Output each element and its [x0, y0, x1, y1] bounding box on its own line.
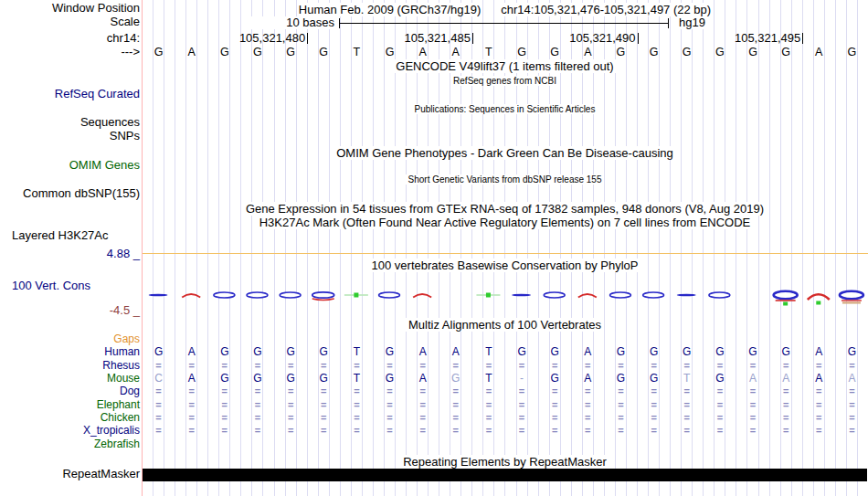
- wiggle-glyph-green-dot: [486, 293, 491, 298]
- wiggle-glyph-red-arc: [182, 294, 200, 298]
- wiggle-glyph-blue-lens: [643, 292, 664, 298]
- species-label-zebrafish[interactable]: Zebrafish: [0, 438, 140, 450]
- multiz-track-title[interactable]: Multiz Alignments of 100 Vertebrates: [406, 318, 604, 332]
- alignment-match-rhesus: =: [274, 359, 307, 372]
- alignment-match-dog: =: [538, 385, 571, 397]
- alignment-base-mouse: T: [472, 372, 505, 385]
- base-letter: G: [736, 46, 769, 58]
- base-letter: G: [671, 46, 704, 58]
- base-letter: G: [208, 46, 241, 58]
- alignment-match-dog: =: [604, 385, 637, 397]
- genome-browser: Window Position Scale chr14: ---> Human …: [0, 0, 868, 496]
- alignment-base-mouse: A: [736, 372, 769, 385]
- gencode-track-title[interactable]: GENCODE V49lift37 (1 items filtered out): [393, 59, 616, 73]
- conservation-track-title[interactable]: 100 vertebrates Basewise Conservation by…: [369, 259, 641, 272]
- species-label-chicken[interactable]: Chicken: [0, 411, 140, 424]
- alignment-match-x_tropicalis: =: [439, 424, 472, 437]
- repeatmasker-track-title[interactable]: Repeating Elements by RepeatMasker: [400, 455, 609, 469]
- alignment-match-x_tropicalis: =: [472, 424, 505, 437]
- repeatmasker-element-bar[interactable]: [143, 469, 868, 481]
- omim-track-row: OMIM Gene Phenotypes - Dark Green Can Be…: [142, 147, 868, 159]
- species-label-dog[interactable]: Dog: [0, 385, 140, 397]
- alignment-match-chicken: =: [407, 411, 439, 424]
- alignment-match-rhesus: =: [143, 359, 175, 372]
- wiggle-glyph-red-arc-green: [808, 294, 830, 300]
- alignment-match-elephant: =: [638, 398, 671, 411]
- publications-track-title[interactable]: Publications: Sequences in Scientific Ar…: [412, 104, 598, 114]
- alignment-match-chicken: =: [538, 411, 571, 424]
- wiggle-glyph-blue-lens-red: [312, 299, 334, 301]
- species-label-mouse[interactable]: Mouse: [0, 372, 140, 385]
- alignment-match-rhesus: =: [241, 359, 274, 372]
- alignment-match-dog: =: [274, 385, 307, 397]
- species-label-elephant[interactable]: Elephant: [0, 398, 140, 411]
- species-label-rhesus[interactable]: Rhesus: [0, 359, 140, 372]
- alignment-match-rhesus: =: [736, 359, 769, 372]
- alignment-match-x_tropicalis: =: [736, 424, 769, 437]
- alignment-match-rhesus: =: [538, 359, 571, 372]
- track-label-snps[interactable]: SNPs: [0, 130, 140, 142]
- window-position-title: Human Feb. 2009 (GRCh37/hg19)chr14:105,3…: [142, 4, 868, 16]
- alignment-base-mouse: -: [505, 372, 538, 385]
- alignment-base-human: T: [340, 345, 373, 358]
- base-letter: G: [307, 46, 340, 58]
- h3k27ac-track-title[interactable]: H3K27Ac Mark (Often Found Near Active Re…: [257, 216, 754, 229]
- alignment-match-x_tropicalis: =: [571, 424, 604, 437]
- alignment-match-chicken: =: [671, 411, 704, 424]
- repeatmasker-track-row: Repeating Elements by RepeatMasker: [142, 456, 868, 468]
- gencode-track-row: GENCODE V49lift37 (1 items filtered out): [142, 60, 868, 72]
- alignment-base-mouse: G: [241, 372, 274, 385]
- gtex-track-title[interactable]: Gene Expression in 54 tissues from GTEx …: [243, 202, 767, 216]
- base-letter: G: [704, 46, 736, 58]
- h3k27ac-track-row: H3K27Ac Mark (Often Found Near Active Re…: [142, 216, 868, 228]
- track-label-common-dbsnp[interactable]: Common dbSNP(155): [0, 187, 140, 200]
- track-label-omim-genes[interactable]: OMIM Genes: [0, 159, 140, 172]
- alignment-match-elephant: =: [439, 398, 472, 411]
- refseq-track-title[interactable]: RefSeq genes from NCBI: [450, 76, 559, 86]
- alignment-match-chicken: =: [704, 411, 736, 424]
- alignment-match-dog: =: [175, 385, 208, 397]
- wiggle-glyph-blue-lens-red: [312, 292, 334, 298]
- alignment-base-human: G: [604, 345, 637, 358]
- scale-bar: [339, 23, 668, 24]
- track-label-repeatmasker[interactable]: RepeatMasker: [0, 468, 140, 480]
- alignment-match-chicken: =: [505, 411, 538, 424]
- track-label-refseq-curated[interactable]: RefSeq Curated: [0, 88, 140, 100]
- alignment-match-dog: =: [407, 385, 439, 397]
- track-label-100-vert-cons[interactable]: 100 Vert. Cons: [12, 280, 90, 292]
- alignment-match-elephant: =: [340, 398, 373, 411]
- alignment-base-mouse: A: [802, 372, 835, 385]
- alignment-match-elephant: =: [472, 398, 505, 411]
- dbsnp-track-title[interactable]: Short Genetic Variants from dbSNP releas…: [406, 174, 605, 185]
- species-label-x_tropicalis[interactable]: X_tropicalis: [0, 424, 140, 437]
- alignment-base-human: G: [373, 345, 406, 358]
- alignment-match-chicken: =: [769, 411, 802, 424]
- alignment-match-rhesus: =: [835, 359, 868, 372]
- alignment-match-dog: =: [241, 385, 274, 397]
- alignment-match-elephant: =: [274, 398, 307, 411]
- alignment-base-mouse: A: [407, 372, 439, 385]
- species-label-gaps[interactable]: Gaps: [0, 332, 140, 345]
- coordinate-label: 105,321,485: [370, 32, 471, 44]
- alignment-match-dog: =: [505, 385, 538, 397]
- alignment-base-mouse: G: [638, 372, 671, 385]
- alignment-match-elephant: =: [307, 398, 340, 411]
- alignment-match-chicken: =: [439, 411, 472, 424]
- track-label-layered-h3k27ac[interactable]: Layered H3K27Ac: [12, 229, 109, 242]
- track-label-sequences[interactable]: Sequences: [0, 116, 140, 129]
- omim-track-title[interactable]: OMIM Gene Phenotypes - Dark Green Can Be…: [333, 146, 676, 160]
- coordinate-label: 105,321,480: [205, 32, 305, 44]
- label-chromosome: chr14:: [0, 32, 140, 45]
- alignment-base-human: G: [769, 345, 802, 358]
- alignment-match-elephant: =: [407, 398, 439, 411]
- alignment-match-rhesus: =: [340, 359, 373, 372]
- base-letter: G: [835, 46, 868, 58]
- alignment-match-chicken: =: [241, 411, 274, 424]
- species-label-human[interactable]: Human: [0, 345, 140, 358]
- alignment-match-chicken: =: [736, 411, 769, 424]
- alignment-base-human: G: [307, 345, 340, 358]
- alignment-match-x_tropicalis: =: [769, 424, 802, 437]
- alignment-match-chicken: =: [373, 411, 406, 424]
- publications-track-row: Publications: Sequences in Scientific Ar…: [142, 104, 868, 114]
- base-letter: A: [571, 46, 604, 58]
